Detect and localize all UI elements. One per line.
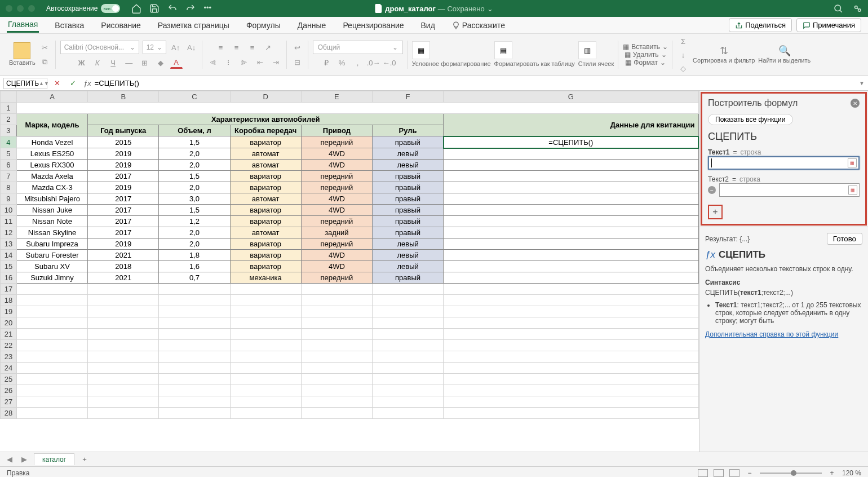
- cell[interactable]: [444, 250, 698, 261]
- header-cell[interactable]: Марка, модель: [16, 114, 87, 136]
- cell[interactable]: 1,8: [159, 250, 230, 261]
- cell[interactable]: [444, 227, 698, 238]
- number-format-select[interactable]: Общий⌄: [313, 41, 403, 54]
- tab-draw[interactable]: Рисование: [100, 19, 142, 32]
- cell[interactable]: Nissan Skyline: [16, 227, 87, 238]
- indent-decrease-icon[interactable]: ⇤: [254, 56, 267, 68]
- orientation-icon[interactable]: ↗: [262, 41, 274, 54]
- cell[interactable]: 2017: [88, 216, 159, 227]
- header-cell[interactable]: Год выпуска: [88, 125, 159, 136]
- cell[interactable]: левый: [372, 238, 443, 250]
- cell[interactable]: 2019: [88, 148, 159, 160]
- remove-arg-button[interactable]: −: [708, 186, 716, 194]
- cell[interactable]: левый: [372, 160, 443, 171]
- percent-icon[interactable]: %: [336, 56, 348, 69]
- redo-icon[interactable]: [185, 3, 196, 14]
- cell[interactable]: правый: [372, 272, 443, 284]
- cell[interactable]: Suzuki Jimny: [16, 272, 87, 284]
- cell[interactable]: передний: [301, 136, 372, 148]
- clear-icon[interactable]: ◇: [677, 62, 689, 74]
- col-header[interactable]: D: [230, 91, 301, 103]
- cell[interactable]: [444, 272, 698, 284]
- autosave-toggle[interactable]: Автосохранение вкл.: [46, 4, 120, 13]
- cell[interactable]: передний: [301, 272, 372, 284]
- cell[interactable]: правый: [372, 171, 443, 182]
- row-header[interactable]: 27: [1, 396, 17, 408]
- cell[interactable]: 4WD: [301, 160, 372, 171]
- cell[interactable]: 4WD: [301, 205, 372, 216]
- save-icon[interactable]: [149, 3, 160, 14]
- cell[interactable]: передний: [301, 238, 372, 250]
- cell[interactable]: Subaru Impreza: [16, 238, 87, 250]
- cell[interactable]: Lexus ES250: [16, 148, 87, 160]
- cell[interactable]: [444, 160, 698, 171]
- share-button[interactable]: Поделиться: [729, 18, 792, 32]
- cell[interactable]: Subaru Forester: [16, 250, 87, 261]
- cell[interactable]: Nissan Juke: [16, 205, 87, 216]
- cell[interactable]: 4WD: [301, 261, 372, 272]
- row-header[interactable]: 22: [1, 340, 17, 351]
- accept-formula-button[interactable]: ✓: [67, 78, 79, 89]
- cell[interactable]: 2021: [88, 272, 159, 284]
- select-all-corner[interactable]: [1, 91, 17, 103]
- row-header[interactable]: 11: [1, 216, 17, 227]
- cell[interactable]: вариатор: [230, 250, 301, 261]
- cell[interactable]: вариатор: [230, 205, 301, 216]
- cell[interactable]: вариатор: [230, 171, 301, 182]
- cell[interactable]: Honda Vezel: [16, 136, 87, 148]
- cell[interactable]: [444, 238, 698, 250]
- cell[interactable]: автомат: [230, 227, 301, 238]
- cell[interactable]: правый: [372, 205, 443, 216]
- tab-view[interactable]: Вид: [420, 19, 436, 32]
- spreadsheet-grid[interactable]: A B C D E F G 1 2 Марка, модель Характер…: [0, 91, 699, 452]
- cell[interactable]: [444, 261, 698, 272]
- undo-icon[interactable]: [167, 3, 178, 14]
- window-controls[interactable]: [6, 5, 35, 12]
- cell[interactable]: 2021: [88, 250, 159, 261]
- range-select-icon[interactable]: ▦: [848, 158, 857, 167]
- align-center-icon[interactable]: ⫶: [223, 56, 235, 68]
- col-header[interactable]: C: [159, 91, 230, 103]
- cell[interactable]: 1,5: [159, 136, 230, 148]
- paste-button[interactable]: Вставить: [9, 42, 36, 67]
- arg1-input[interactable]: ▦: [708, 156, 860, 170]
- align-left-icon[interactable]: ⫷: [207, 56, 219, 68]
- row-header[interactable]: 24: [1, 363, 17, 374]
- increase-decimal-icon[interactable]: .0→: [367, 56, 380, 69]
- cell[interactable]: 1,2: [159, 216, 230, 227]
- autosum-icon[interactable]: Σ: [677, 35, 689, 47]
- header-cell[interactable]: Привод: [301, 125, 372, 136]
- row-header[interactable]: 16: [1, 272, 17, 284]
- zoom-out-button[interactable]: −: [745, 469, 754, 477]
- cell[interactable]: правый: [372, 182, 443, 193]
- cell[interactable]: 2,0: [159, 182, 230, 193]
- wrap-text-icon[interactable]: ↩: [291, 41, 304, 54]
- col-header[interactable]: G: [444, 91, 698, 103]
- cell[interactable]: задний: [301, 227, 372, 238]
- maximize-window-icon[interactable]: [28, 5, 35, 12]
- col-header[interactable]: E: [301, 91, 372, 103]
- bold-button[interactable]: Ж: [76, 56, 88, 69]
- row-header[interactable]: 20: [1, 317, 17, 329]
- cell[interactable]: 1,5: [159, 205, 230, 216]
- cell[interactable]: 2017: [88, 205, 159, 216]
- cell[interactable]: 4WD: [301, 148, 372, 160]
- page-layout-view-button[interactable]: [714, 469, 724, 477]
- format-cells-button[interactable]: ▦ Формат ⌄: [625, 59, 666, 67]
- row-header[interactable]: 18: [1, 295, 17, 306]
- chevron-down-icon[interactable]: ⌄: [487, 5, 493, 13]
- tab-data[interactable]: Данные: [296, 19, 327, 32]
- header-cell[interactable]: Коробка передач: [230, 125, 301, 136]
- tab-review[interactable]: Рецензирование: [342, 19, 405, 32]
- col-header[interactable]: B: [88, 91, 159, 103]
- cell[interactable]: передний: [301, 171, 372, 182]
- add-sheet-button[interactable]: +: [79, 454, 90, 465]
- col-header[interactable]: A: [16, 91, 87, 103]
- row-header[interactable]: 5: [1, 148, 17, 160]
- cell[interactable]: вариатор: [230, 238, 301, 250]
- row-header[interactable]: 10: [1, 205, 17, 216]
- cell[interactable]: левый: [372, 148, 443, 160]
- tab-insert[interactable]: Вставка: [54, 19, 85, 32]
- row-header[interactable]: 2: [1, 114, 17, 125]
- cell[interactable]: 1,6: [159, 261, 230, 272]
